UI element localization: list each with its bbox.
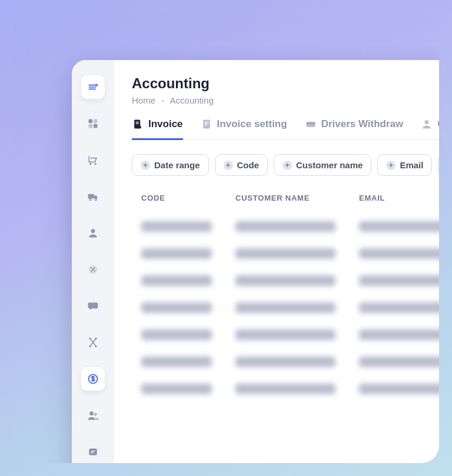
tab-label: C xyxy=(437,118,439,130)
breadcrumb: Home - Accounting xyxy=(132,95,439,105)
tab-label: Drivers Withdraw xyxy=(321,118,404,130)
svg-rect-26 xyxy=(136,122,139,122)
svg-rect-31 xyxy=(204,123,208,124)
filter-customer-name[interactable]: +Customer name xyxy=(274,154,371,176)
invoice-setting-icon xyxy=(201,118,212,130)
svg-point-5 xyxy=(95,163,97,165)
tab-invoice[interactable]: Invoice xyxy=(132,118,183,140)
svg-point-35 xyxy=(425,120,429,124)
table-row[interactable] xyxy=(132,267,439,294)
cell-customer-name xyxy=(235,357,335,367)
svg-point-16 xyxy=(95,345,97,347)
plus-icon: + xyxy=(386,161,396,170)
cell-email xyxy=(359,221,439,232)
cell-customer-name xyxy=(235,329,335,340)
trolley-icon[interactable] xyxy=(81,148,105,172)
cell-code xyxy=(141,221,212,232)
note-icon[interactable] xyxy=(81,440,105,463)
col-email[interactable]: EMAIL xyxy=(359,194,439,202)
svg-rect-21 xyxy=(91,451,95,452)
invoice-icon xyxy=(132,118,144,130)
svg-rect-0 xyxy=(89,119,93,124)
table-row[interactable] xyxy=(132,375,439,402)
svg-rect-33 xyxy=(306,122,315,127)
filter-date-range[interactable]: +Date range xyxy=(132,154,209,176)
table-row[interactable] xyxy=(132,348,439,375)
filter-settings[interactable]: +Setti xyxy=(438,154,439,176)
svg-rect-6 xyxy=(88,194,94,199)
invoice-table: CODE CUSTOMER NAME EMAIL xyxy=(132,190,439,402)
breadcrumb-current: Accounting xyxy=(170,95,214,105)
table-row[interactable] xyxy=(132,321,439,348)
svg-rect-3 xyxy=(94,124,98,128)
user-icon[interactable] xyxy=(81,221,105,245)
main-content: Accounting Home - Accounting Invoice xyxy=(114,60,439,463)
breadcrumb-home[interactable]: Home xyxy=(132,95,155,105)
cell-customer-name xyxy=(235,248,335,259)
sidebar-rail: 24 xyxy=(72,60,114,463)
dashboard-icon[interactable] xyxy=(81,112,105,135)
svg-point-14 xyxy=(95,338,97,339)
svg-rect-2 xyxy=(89,124,93,128)
svg-point-4 xyxy=(89,163,91,165)
chip-label: Customer name xyxy=(296,160,363,170)
tab-label: Invoice xyxy=(148,118,183,130)
svg-point-8 xyxy=(95,198,97,200)
svg-point-15 xyxy=(89,345,91,347)
chip-label: Email xyxy=(400,160,423,170)
svg-rect-34 xyxy=(306,123,315,124)
table-header: CODE CUSTOMER NAME EMAIL xyxy=(132,190,439,213)
cell-customer-name xyxy=(235,275,335,286)
chat-icon[interactable] xyxy=(81,294,105,318)
cell-code xyxy=(141,329,212,340)
tab-customer[interactable]: C xyxy=(421,118,439,140)
svg-point-12 xyxy=(94,270,95,272)
chip-label: Date range xyxy=(154,160,200,170)
svg-rect-30 xyxy=(204,122,208,122)
discount-icon[interactable] xyxy=(81,258,105,281)
page-title: Accounting xyxy=(132,75,439,92)
tabs-bar: Invoice Invoice setting Drivers Withdraw xyxy=(132,118,439,140)
cell-code xyxy=(141,384,212,394)
svg-point-28 xyxy=(138,126,141,129)
tools-icon[interactable] xyxy=(81,331,105,354)
cell-email xyxy=(359,302,439,313)
plus-icon: + xyxy=(282,161,292,170)
table-row[interactable] xyxy=(132,294,439,321)
chip-label: Code xyxy=(237,160,260,170)
withdraw-icon xyxy=(305,118,317,130)
svg-rect-1 xyxy=(94,119,98,124)
svg-point-19 xyxy=(94,413,97,416)
cell-email xyxy=(359,384,439,394)
dollar-icon[interactable] xyxy=(81,367,105,391)
filter-chips: +Date range +Code +Customer name +Email … xyxy=(132,154,439,176)
tab-label: Invoice setting xyxy=(217,118,287,130)
svg-point-9 xyxy=(91,229,95,233)
truck-icon[interactable] xyxy=(81,185,105,208)
table-row[interactable] xyxy=(132,240,439,267)
svg-rect-27 xyxy=(136,123,139,124)
col-code[interactable]: CODE xyxy=(141,194,235,202)
users-icon[interactable] xyxy=(81,404,105,427)
menu-toggle-icon[interactable] xyxy=(81,75,105,99)
cell-customer-name xyxy=(235,384,335,394)
filter-code[interactable]: +Code xyxy=(215,154,268,176)
svg-rect-20 xyxy=(89,448,97,455)
breadcrumb-separator: - xyxy=(161,95,164,105)
svg-point-7 xyxy=(89,198,91,200)
col-customer-name[interactable]: CUSTOMER NAME xyxy=(235,194,359,202)
tab-withdraw[interactable]: Drivers Withdraw xyxy=(305,118,404,140)
plus-icon: + xyxy=(141,161,150,170)
table-row[interactable] xyxy=(132,213,439,240)
cell-code xyxy=(141,248,212,259)
cell-customer-name xyxy=(235,221,335,232)
cell-code xyxy=(141,275,212,286)
cell-customer-name xyxy=(235,302,335,313)
svg-point-13 xyxy=(89,338,91,339)
filter-email[interactable]: +Email xyxy=(377,154,432,176)
app-window: 24 Accounting Home - Accounting Invoice xyxy=(72,60,439,463)
cell-email xyxy=(359,329,439,340)
cell-email xyxy=(359,357,439,367)
tab-invoice-setting[interactable]: Invoice setting xyxy=(201,118,287,140)
svg-point-18 xyxy=(89,411,94,415)
